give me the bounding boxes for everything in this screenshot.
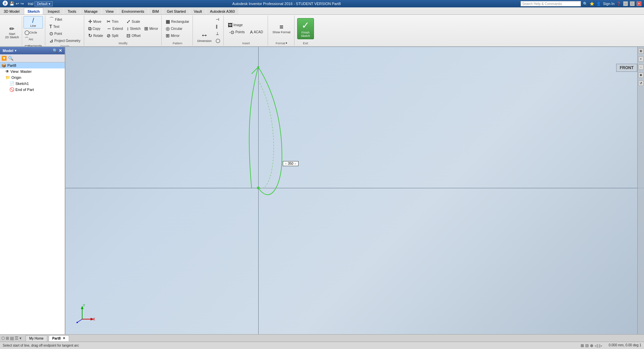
nav-zoom-in[interactable]: + xyxy=(638,56,644,62)
tab-sketch[interactable]: Sketch xyxy=(24,8,43,14)
image-icon: 🖼 xyxy=(228,22,232,28)
fillet-btn[interactable]: ⌒ Fillet xyxy=(48,16,82,23)
circular-icon: ◎ xyxy=(166,26,170,31)
favorites-icon[interactable]: ⭐ xyxy=(590,2,594,6)
canvas-tab-part8[interactable]: Part8 ✕ xyxy=(49,335,69,341)
points-btn[interactable]: ·⊙ Points xyxy=(228,29,246,36)
status-icon3[interactable]: ⊕ xyxy=(590,343,593,348)
tab-list-icon[interactable]: ☰ xyxy=(15,336,18,341)
canvas-tab-my-home[interactable]: My Home xyxy=(25,335,47,341)
tab-manage[interactable]: Manage xyxy=(80,8,101,14)
nav-zoom-extent[interactable]: ⊞ xyxy=(638,48,644,54)
rectangular-pattern-btn[interactable]: ▦ Rectangular xyxy=(164,18,191,25)
tree-item-view-master[interactable]: 👁 View: Master xyxy=(0,68,65,74)
tab-environments[interactable]: Environments xyxy=(118,8,148,14)
constrain-btn5[interactable]: ≡ xyxy=(214,44,221,47)
panel-close-icon[interactable]: ✕ xyxy=(59,48,62,53)
show-format-btn[interactable]: ≡ Show Format xyxy=(271,22,292,35)
dimension-btn[interactable]: ↔ Dimension xyxy=(196,31,213,44)
tree-item-origin[interactable]: 📁 Origin xyxy=(0,74,65,81)
tab-autodesk-a360[interactable]: Autodesk A360 xyxy=(206,8,238,14)
tab-grid-icon[interactable]: ▤ xyxy=(10,336,14,341)
line-btn[interactable]: / Line xyxy=(23,16,43,29)
insert-group-label: Insert xyxy=(242,41,250,45)
start-2d-sketch-btn[interactable]: ✏ Start2D Sketch xyxy=(3,25,21,40)
tab-navigate-back[interactable]: ⬡ xyxy=(1,336,5,341)
project-geometry-btn[interactable]: ⊿ Project Geometry xyxy=(48,37,82,44)
tab-get-started[interactable]: Get Started xyxy=(163,8,190,14)
panel-filter-icon[interactable]: 🔍 xyxy=(53,48,58,53)
sketch-left-arc xyxy=(249,67,258,188)
circle-icon: ◯ xyxy=(24,30,30,35)
tab-vault[interactable]: Vault xyxy=(190,8,206,14)
pattern-mirror-btn[interactable]: ⊞ Mirror xyxy=(164,32,191,39)
constrain-btn1[interactable]: ⊣ xyxy=(214,16,221,23)
point-btn[interactable]: ⊙ Point xyxy=(48,30,82,37)
rotate-btn[interactable]: ↻ Rotate xyxy=(87,32,104,39)
minimize-btn[interactable]: ─ xyxy=(623,1,628,6)
maximize-btn[interactable]: □ xyxy=(630,1,635,6)
nav-pan[interactable]: ✥ xyxy=(638,72,644,78)
search-tree-icon[interactable]: 🔍 xyxy=(8,56,13,61)
quick-access-undo[interactable]: ↩ xyxy=(16,1,19,6)
rectangle-btn[interactable]: ▭ Rectangle xyxy=(23,43,43,47)
search-box[interactable]: Search Help & Commands xyxy=(521,1,581,6)
copy-btn[interactable]: ⧉ Copy xyxy=(87,25,104,32)
tab-3d-model[interactable]: 3D Model xyxy=(0,8,23,14)
status-icon2[interactable]: ⊟ xyxy=(585,343,589,348)
acad-btn[interactable]: A ACAD xyxy=(249,29,264,36)
nav-zoom-out[interactable]: - xyxy=(638,64,644,70)
status-message: Select start of line, drag off endpoint … xyxy=(3,344,79,347)
split-btn[interactable]: ⊘ Split xyxy=(105,32,124,39)
tree-content: 📦 Part8 👁 View: Master 📁 Origin 📄 Sketch… xyxy=(0,62,65,334)
quick-access-redo[interactable]: ↪ xyxy=(20,1,24,6)
constrain-btn4[interactable]: ◯ xyxy=(214,37,221,44)
status-icon4[interactable]: ◁ xyxy=(595,343,598,348)
move-icon: ✛ xyxy=(88,19,92,24)
panel-header: Model ▾ 🔍 ✕ xyxy=(0,47,65,54)
status-icon5[interactable]: ▷ xyxy=(599,343,602,348)
arc-btn[interactable]: ⌒ Arc xyxy=(23,36,43,42)
user-icon[interactable]: 👤 xyxy=(596,2,601,6)
title-bar-title: Autodesk Inventor Professional 2016 - ST… xyxy=(53,2,521,6)
extend-btn[interactable]: ↔ Extend xyxy=(105,25,124,32)
panel-dropdown-icon[interactable]: ▾ xyxy=(15,49,16,52)
nav-orbit[interactable]: ↺ xyxy=(638,81,644,86)
tab-inspect[interactable]: Inspect xyxy=(44,8,63,14)
finish-sketch-btn[interactable]: ✓ FinishSketch xyxy=(297,18,314,39)
profile-dropdown[interactable]: Default ▾ xyxy=(35,1,52,6)
status-icon1[interactable]: ⊞ xyxy=(581,343,584,348)
constrain-btn3[interactable]: ⊥ xyxy=(214,30,221,37)
origin-label: Origin xyxy=(11,76,21,80)
modify-col4: ⊞ Mirror xyxy=(143,25,159,32)
image-btn[interactable]: 🖼 Image xyxy=(226,22,266,29)
mirror-btn[interactable]: ⊞ Mirror xyxy=(143,25,159,32)
fillet-icon: ⌒ xyxy=(49,16,54,22)
tab-home-icon[interactable]: ⊞ xyxy=(6,336,9,341)
text-btn[interactable]: T Text xyxy=(48,23,82,30)
part8-tab-close[interactable]: ✕ xyxy=(63,337,65,340)
tree-item-part8[interactable]: 📦 Part8 xyxy=(0,62,65,68)
offset-btn[interactable]: ⊟ Offset xyxy=(125,32,142,39)
scale-btn[interactable]: ⤢ Scale xyxy=(125,18,142,25)
canvas-area[interactable]: ←350→ FRONT ⊞ + - ✥ ↺ Y X xyxy=(65,47,644,334)
quick-access-save[interactable]: 💾 xyxy=(9,1,14,6)
circle-btn[interactable]: ◯ Circle xyxy=(23,30,43,35)
tab-view[interactable]: View xyxy=(102,8,117,14)
constrain-btn2[interactable]: ∥ xyxy=(214,23,221,30)
tree-item-end-of-part[interactable]: 🚫 End of Part xyxy=(0,87,65,93)
sign-in-btn[interactable]: Sign In xyxy=(603,2,614,6)
tab-tools[interactable]: Tools xyxy=(64,8,80,14)
move-btn[interactable]: ✛ Move xyxy=(87,18,104,25)
circular-pattern-btn[interactable]: ◎ Circular xyxy=(164,25,191,32)
tab-expand-icon[interactable]: ▾ xyxy=(19,336,21,341)
trim-btn[interactable]: ✂ Trim xyxy=(105,18,124,25)
search-icon[interactable]: 🔍 xyxy=(583,2,588,6)
close-btn[interactable]: ✕ xyxy=(637,1,641,6)
help-icon[interactable]: ❓ xyxy=(616,2,621,6)
tab-bim[interactable]: BIM xyxy=(149,8,163,14)
format-dropdown[interactable]: ▾ xyxy=(286,42,287,45)
tree-item-sketch1[interactable]: 📄 Sketch1 xyxy=(0,81,65,87)
filter-icon[interactable]: 🔽 xyxy=(1,56,7,61)
stretch-btn[interactable]: ↕ Stretch xyxy=(125,25,142,32)
